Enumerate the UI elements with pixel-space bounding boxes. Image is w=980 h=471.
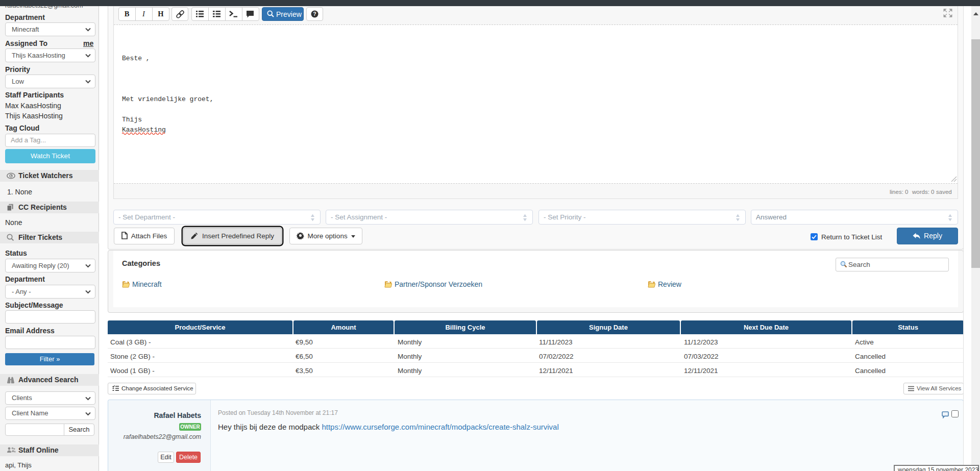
svg-text:?: ?: [313, 11, 316, 17]
